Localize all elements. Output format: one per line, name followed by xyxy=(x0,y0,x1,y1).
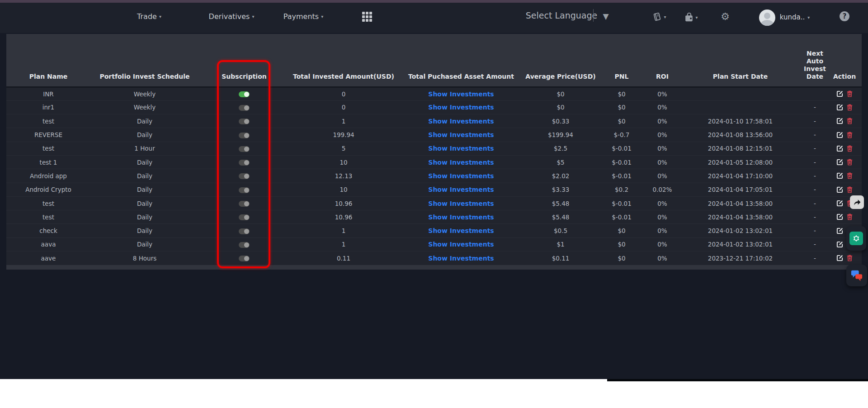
show-investments-link[interactable]: Show Investments xyxy=(428,172,494,180)
roi-cell: 0% xyxy=(646,114,678,128)
delete-trash-icon[interactable] xyxy=(846,186,853,193)
show-investments-link[interactable]: Show Investments xyxy=(428,90,494,98)
subscription-toggle[interactable] xyxy=(239,256,250,261)
edit-icon[interactable] xyxy=(836,228,843,234)
edit-icon[interactable] xyxy=(836,90,843,97)
schedule-cell: Daily xyxy=(90,169,199,183)
avatar[interactable] xyxy=(759,9,775,26)
edit-icon[interactable] xyxy=(836,172,843,179)
translate-chat-widget[interactable] xyxy=(846,265,867,286)
delete-trash-icon[interactable] xyxy=(846,104,853,111)
show-investments-link[interactable]: Show Investments xyxy=(428,200,494,207)
show-investments-link[interactable]: Show Investments xyxy=(428,241,494,248)
subscription-toggle[interactable] xyxy=(239,91,250,97)
delete-trash-icon[interactable] xyxy=(846,145,853,152)
purchased-cell: Show Investments xyxy=(398,196,524,210)
next-date-cell xyxy=(802,87,827,100)
delete-trash-icon[interactable] xyxy=(846,172,853,179)
purchased-cell: Show Investments xyxy=(398,210,524,224)
subscription-toggle[interactable] xyxy=(239,187,250,193)
edit-icon[interactable] xyxy=(836,241,843,248)
action-cell xyxy=(827,87,862,100)
subscription-toggle[interactable] xyxy=(239,105,250,111)
subscription-toggle[interactable] xyxy=(239,119,250,124)
subscription-toggle[interactable] xyxy=(239,201,250,207)
subscription-toggle[interactable] xyxy=(239,242,250,248)
action-cell xyxy=(827,251,862,265)
language-dropdown-caret-icon[interactable]: ▼ xyxy=(603,12,609,21)
share-arrow-icon xyxy=(853,198,862,207)
apps-grid-icon[interactable] xyxy=(362,12,372,22)
show-investments-link[interactable]: Show Investments xyxy=(428,145,494,152)
wallet-menu[interactable]: ▾ xyxy=(684,12,698,23)
nav-trade[interactable]: Trade ▾ xyxy=(137,12,161,21)
start-date-cell: 2024-01-10 17:58:01 xyxy=(678,114,802,128)
subscription-toggle[interactable] xyxy=(239,146,250,152)
subscription-cell xyxy=(199,224,289,237)
edit-icon[interactable] xyxy=(836,159,843,166)
purchased-cell: Show Investments xyxy=(398,169,524,183)
invested-cell: 12.13 xyxy=(289,169,398,183)
plans-table-panel: Plan Name Portfolio Invest Schedule Subs… xyxy=(6,34,862,270)
chevron-down-icon: ▾ xyxy=(252,14,254,19)
delete-trash-icon[interactable] xyxy=(846,118,853,124)
user-menu[interactable]: kunda.. ▾ xyxy=(780,13,810,21)
show-investments-link[interactable]: Show Investments xyxy=(428,131,494,138)
next-date-cell: - xyxy=(802,169,827,183)
toggle-knob xyxy=(244,256,249,261)
nav-derivatives-label: Derivatives xyxy=(209,12,250,21)
invested-cell: 10 xyxy=(289,183,398,196)
invested-cell: 10.96 xyxy=(289,210,398,224)
delete-trash-icon[interactable] xyxy=(846,90,853,97)
help-icon[interactable]: ? xyxy=(840,11,849,21)
subscription-toggle[interactable] xyxy=(239,173,250,179)
edit-icon[interactable] xyxy=(836,186,843,193)
subscription-toggle[interactable] xyxy=(239,214,250,220)
chatgpt-extension-widget[interactable] xyxy=(846,226,866,251)
show-investments-link[interactable]: Show Investments xyxy=(428,213,494,221)
delete-trash-icon[interactable] xyxy=(846,132,853,138)
share-button[interactable] xyxy=(850,195,864,209)
roi-cell: 0% xyxy=(646,87,678,100)
show-investments-link[interactable]: Show Investments xyxy=(428,227,494,234)
plan-name-cell: test xyxy=(6,142,90,155)
delete-trash-icon[interactable] xyxy=(846,159,853,166)
show-investments-link[interactable]: Show Investments xyxy=(428,186,494,193)
show-investments-link[interactable]: Show Investments xyxy=(428,104,494,111)
purchased-cell: Show Investments xyxy=(398,224,524,237)
next-date-cell: - xyxy=(802,210,827,224)
start-date-cell: 2024-01-04 17:10:00 xyxy=(678,169,802,183)
settings-gear-icon[interactable]: ⚙ xyxy=(721,12,730,22)
delete-trash-icon[interactable] xyxy=(846,213,853,220)
subscription-toggle[interactable] xyxy=(239,160,250,166)
page: Trade ▾ Derivatives ▾ Payments ▾ Select … xyxy=(0,0,868,408)
edit-icon[interactable] xyxy=(836,104,843,111)
edit-icon[interactable] xyxy=(836,213,843,220)
nav-payments[interactable]: Payments ▾ xyxy=(283,12,323,21)
subscription-toggle[interactable] xyxy=(239,228,250,234)
select-language[interactable]: Select Language xyxy=(526,10,597,20)
table-row: Android Crypto Daily 10 Show Investments… xyxy=(6,183,862,196)
toggle-knob xyxy=(244,92,249,97)
show-investments-link[interactable]: Show Investments xyxy=(428,255,494,262)
invested-cell: 1 xyxy=(289,114,398,128)
delete-trash-icon[interactable] xyxy=(846,255,853,261)
edit-icon[interactable] xyxy=(836,132,843,138)
schedule-cell: 8 Hours xyxy=(90,251,199,265)
roi-cell: 0% xyxy=(646,100,678,114)
edit-icon[interactable] xyxy=(836,200,843,207)
plan-name-cell: test 1 xyxy=(6,155,90,169)
next-date-cell: - xyxy=(802,114,827,128)
show-investments-link[interactable]: Show Investments xyxy=(428,159,494,166)
nav-derivatives[interactable]: Derivatives ▾ xyxy=(209,12,255,21)
roi-cell: 0% xyxy=(646,210,678,224)
orders-book-menu[interactable]: ▾ xyxy=(652,12,666,22)
edit-icon[interactable] xyxy=(836,145,843,152)
edit-icon[interactable] xyxy=(836,118,843,124)
edit-icon[interactable] xyxy=(836,255,843,261)
show-investments-link[interactable]: Show Investments xyxy=(428,118,494,125)
avg-price-cell: $0.33 xyxy=(524,114,597,128)
start-date-cell: 2023-12-21 17:10:02 xyxy=(678,251,802,265)
next-date-cell: - xyxy=(802,237,827,251)
subscription-toggle[interactable] xyxy=(239,133,250,138)
